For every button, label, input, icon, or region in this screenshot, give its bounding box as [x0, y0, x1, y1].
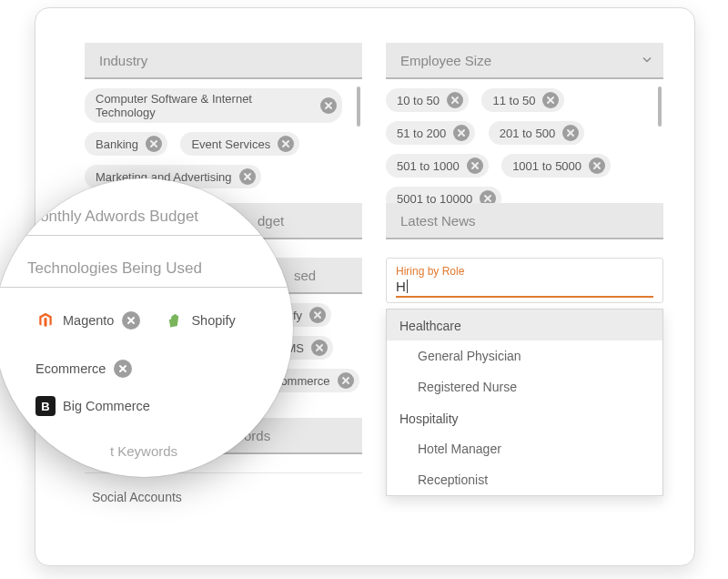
lens-tech-chips: Magento Shopify: [27, 297, 273, 346]
remove-chip-icon[interactable]: [239, 168, 256, 185]
remove-chip-icon[interactable]: [338, 372, 354, 389]
dropdown-option[interactable]: Receptionist: [387, 464, 662, 495]
industry-chips: Computer Software & Internet Technology …: [85, 79, 362, 185]
employee-size-chip[interactable]: 201 to 500: [489, 121, 584, 145]
industry-field: Industry Computer Software & Internet Te…: [85, 43, 362, 185]
remove-chip-icon[interactable]: [589, 157, 605, 174]
shopify-icon: [164, 310, 184, 330]
remove-chip-icon[interactable]: [320, 97, 337, 114]
latest-news-label: Latest News: [400, 213, 476, 229]
chevron-down-icon: [642, 53, 652, 68]
employee-size-chip[interactable]: 501 to 1000: [386, 154, 489, 178]
employee-size-chip[interactable]: 1001 to 5000: [501, 154, 611, 178]
remove-chip-icon[interactable]: [278, 136, 294, 152]
technologies-label-partial: sed: [294, 268, 316, 283]
magnifier-lens: Monthly Adwords Budget Technologies Bein…: [0, 178, 293, 477]
remove-chip-icon[interactable]: [114, 360, 132, 378]
remove-chip-icon[interactable]: [309, 307, 326, 323]
hiring-by-role-input[interactable]: H: [396, 279, 653, 298]
remove-chip-icon[interactable]: [447, 92, 463, 108]
hiring-by-role-input-wrap[interactable]: Hiring by Role H: [386, 258, 663, 303]
employee-size-label: Employee Size: [400, 53, 491, 68]
dropdown-group-hospitality[interactable]: Hospitality: [387, 402, 662, 433]
remove-chip-icon[interactable]: [467, 157, 483, 174]
magento-icon: [35, 310, 56, 330]
technology-chip-bigcommerce[interactable]: B Big Commerce: [27, 391, 157, 421]
employee-size-chip[interactable]: 10 to 50: [386, 88, 469, 112]
remove-chip-icon[interactable]: [122, 311, 140, 330]
employee-size-field: Employee Size 10 to 50 11 to 50 51 to 20…: [386, 43, 663, 185]
remove-chip-icon[interactable]: [146, 136, 162, 152]
remove-chip-icon[interactable]: [542, 92, 559, 108]
lens-tech-label: Technologies Being Used: [27, 254, 273, 287]
technology-chip-ecommerce[interactable]: Ecommerce: [27, 355, 138, 382]
hiring-dropdown: Healthcare General Physician Registered …: [386, 309, 663, 496]
remove-chip-icon[interactable]: [311, 340, 328, 356]
employee-size-header[interactable]: Employee Size: [386, 43, 663, 79]
social-accounts-label: Social Accounts: [92, 490, 182, 504]
bigcommerce-icon: B: [35, 396, 56, 416]
dropdown-option[interactable]: Hotel Manager: [387, 433, 662, 464]
industry-chip[interactable]: Computer Software & Internet Technology: [85, 88, 342, 123]
industry-header[interactable]: Industry: [85, 43, 362, 79]
hiring-by-role-field: Hiring by Role H Healthcare General Phys…: [386, 258, 663, 496]
technology-chip-shopify[interactable]: Shopify: [156, 306, 241, 335]
employee-size-chips: 10 to 50 11 to 50 51 to 200 201 to 500 5…: [386, 79, 663, 185]
dropdown-option[interactable]: General Physician: [387, 340, 662, 371]
adwords-budget-label-partial: dget: [258, 213, 284, 229]
latest-news-header[interactable]: Latest News: [386, 203, 663, 239]
remove-chip-icon[interactable]: [453, 125, 470, 141]
remove-chip-icon[interactable]: [562, 125, 579, 141]
hiring-by-role-label: Hiring by Role: [396, 265, 653, 278]
industry-chip[interactable]: Banking: [85, 132, 167, 156]
text-caret: [407, 279, 408, 293]
technology-chip-magento[interactable]: Magento: [27, 306, 147, 335]
right-column: Employee Size 10 to 50 11 to 50 51 to 20…: [386, 43, 663, 514]
industry-chip[interactable]: Event Services: [180, 132, 299, 156]
dropdown-group-healthcare[interactable]: Healthcare: [387, 310, 662, 340]
employee-size-chip[interactable]: 51 to 200: [386, 121, 475, 145]
industry-label: Industry: [99, 53, 147, 68]
lens-tech-chips-row2: Ecommerce B Big Commerce: [27, 346, 273, 432]
scrollbar[interactable]: [357, 86, 360, 127]
latest-news-field: Latest News: [386, 203, 663, 239]
scrollbar[interactable]: [658, 86, 662, 127]
employee-size-chip[interactable]: 11 to 50: [481, 88, 564, 112]
dropdown-option[interactable]: Registered Nurse: [387, 371, 662, 402]
social-accounts-row[interactable]: Social Accounts: [85, 472, 362, 504]
